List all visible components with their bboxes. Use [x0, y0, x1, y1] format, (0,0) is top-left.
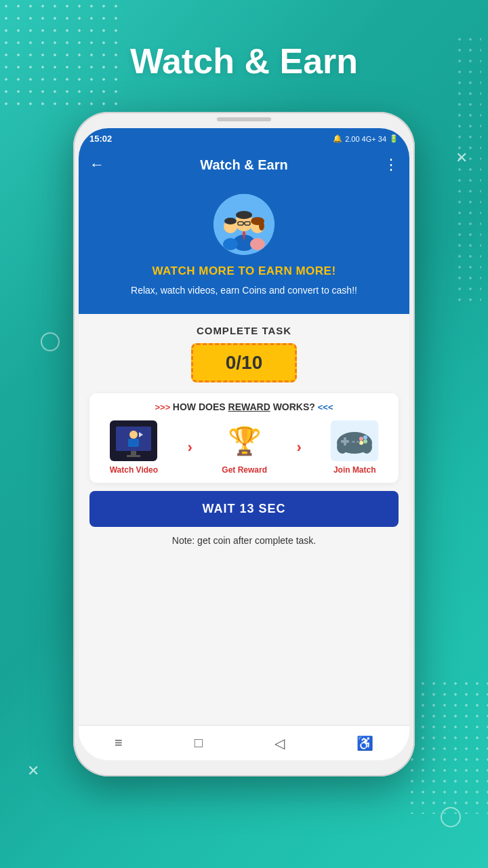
- works-text: WORKS?: [273, 401, 315, 412]
- battery-icon: 🔋: [389, 134, 399, 143]
- watch-video-label: Watch Video: [110, 465, 158, 475]
- svg-point-30: [363, 435, 367, 439]
- nav-bar: ≡ □ ◁ ♿: [79, 725, 409, 760]
- watch-video-icon-box: [110, 420, 157, 461]
- close-icon-top[interactable]: ✕: [455, 149, 468, 167]
- svg-point-28: [359, 437, 363, 441]
- note-text: Note: get coin after complete task.: [172, 535, 316, 546]
- phone-outer-frame: 15:02 🔔 2.00 4G+ 34 🔋 ← Watch & Earn ⋮: [73, 112, 415, 776]
- get-reward-label: Get Reward: [222, 465, 267, 475]
- svg-point-12: [223, 238, 238, 250]
- hero-section: WATCH MORE TO EARN MORE! Relax, watch vi…: [79, 180, 409, 314]
- svg-rect-21: [127, 455, 140, 457]
- svg-point-14: [224, 218, 237, 224]
- complete-task-label: COMPLETE TASK: [197, 325, 291, 336]
- how-does-text: HOW DOES: [173, 401, 228, 412]
- svg-rect-33: [357, 441, 360, 443]
- status-time: 15:02: [89, 134, 112, 144]
- wait-button[interactable]: WAIT 13 SEC: [89, 491, 399, 527]
- content-area: COMPLETE TASK 0/10 >>> HOW DOES REWARD W…: [79, 314, 409, 725]
- decorative-circle-right-bottom: [441, 807, 461, 827]
- app-bar-title: Watch & Earn: [113, 157, 375, 173]
- status-bar: 15:02 🔔 2.00 4G+ 34 🔋: [79, 128, 409, 149]
- close-icon-bottom[interactable]: ✕: [27, 762, 39, 780]
- reward-section: >>> HOW DOES REWARD WORKS? <<<: [89, 393, 399, 483]
- svg-point-4: [236, 211, 252, 219]
- hero-description: Relax, watch videos, earn Coins and conv…: [131, 283, 357, 298]
- svg-point-29: [363, 439, 367, 443]
- svg-rect-20: [131, 451, 136, 455]
- progress-badge: 0/10: [191, 343, 298, 382]
- step-get-reward: 🏆 Get Reward: [222, 420, 267, 475]
- status-icons: 🔔 2.00 4G+ 34 🔋: [333, 134, 399, 143]
- svg-point-11: [259, 221, 264, 231]
- bg-dots-bottom-right: [407, 678, 488, 814]
- reward-title: >>> HOW DOES REWARD WORKS? <<<: [95, 401, 393, 412]
- reward-steps: Watch Video › 🏆 Get Reward ›: [95, 420, 393, 475]
- svg-rect-32: [352, 441, 355, 443]
- svg-rect-18: [128, 439, 139, 447]
- hero-tagline: WATCH MORE TO EARN MORE!: [152, 264, 336, 278]
- step-watch-video: Watch Video: [110, 420, 158, 475]
- progress-text: 0/10: [226, 352, 263, 374]
- back-button[interactable]: ←: [89, 156, 104, 174]
- svg-point-17: [129, 431, 138, 439]
- step-join-match: Join Match: [331, 420, 378, 475]
- arrows-right: <<<: [318, 402, 333, 412]
- nav-menu-icon[interactable]: ≡: [115, 735, 123, 751]
- bell-icon: 🔔: [333, 134, 342, 143]
- phone-mockup: 15:02 🔔 2.00 4G+ 34 🔋 ← Watch & Earn ⋮: [73, 112, 415, 776]
- page-title: Watch & Earn: [0, 41, 488, 81]
- nav-back-icon[interactable]: ◁: [274, 735, 285, 751]
- svg-rect-27: [344, 437, 346, 446]
- arrow-2: ›: [296, 439, 301, 456]
- svg-point-8: [250, 238, 265, 250]
- nav-accessibility-icon[interactable]: ♿: [357, 735, 373, 751]
- phone-notch: [217, 117, 271, 121]
- decorative-circle-left: [41, 332, 60, 351]
- phone-screen: 15:02 🔔 2.00 4G+ 34 🔋 ← Watch & Earn ⋮: [79, 128, 409, 760]
- trophy-icon: 🏆: [224, 420, 265, 461]
- arrows-left: >>>: [155, 402, 172, 412]
- gamepad-icon-box: [331, 420, 378, 461]
- arrow-1: ›: [188, 439, 192, 456]
- avatar-group: [214, 194, 274, 255]
- nav-home-icon[interactable]: □: [195, 735, 203, 751]
- more-options-button[interactable]: ⋮: [384, 156, 399, 174]
- reward-word: REWARD: [228, 401, 270, 412]
- app-bar: ← Watch & Earn ⋮: [79, 149, 409, 180]
- join-match-label: Join Match: [333, 465, 376, 475]
- network-info: 2.00 4G+ 34: [345, 135, 386, 143]
